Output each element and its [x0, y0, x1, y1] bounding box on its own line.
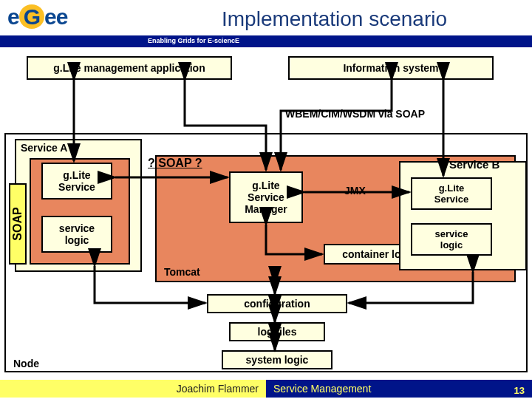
info-system-box: Information system	[288, 56, 494, 80]
footer-section: Service Management	[266, 380, 532, 398]
service-b-logic: service logic	[411, 223, 492, 256]
header-band	[0, 35, 532, 47]
service-a-logic: service logic	[41, 216, 112, 253]
page-number: 13	[514, 385, 525, 396]
mgmt-app-box: g.Lite management application	[27, 56, 232, 80]
logo: eGee	[7, 4, 67, 30]
soap-q-label: ? SOAP ?	[148, 157, 202, 170]
system-box: system logic	[222, 350, 332, 369]
slide-title: Implementation scenario	[222, 7, 447, 31]
tomcat-label: Tomcat	[164, 266, 200, 278]
service-a-title: Service A	[21, 142, 67, 154]
wbem-label: WBEM/CIM/WSDM via SOAP	[285, 108, 425, 120]
config-box: configuration	[207, 294, 347, 313]
service-a-glite: g.Lite Service	[41, 163, 112, 200]
service-b-title: Service B	[449, 158, 499, 171]
jmx-label: JMX	[344, 185, 366, 197]
soap-left: SOAP	[9, 183, 27, 265]
service-b-glite: g.Lite Service	[411, 177, 492, 210]
glite-manager: g.Lite Service Manager	[229, 171, 303, 223]
logs-box: log files	[229, 322, 325, 341]
footer-author: Joachim Flammer	[0, 380, 266, 398]
node-label: Node	[13, 358, 39, 369]
footer: Joachim Flammer Service Management	[0, 380, 532, 398]
tagline: Enabling Grids for E-sciencE	[148, 37, 239, 44]
